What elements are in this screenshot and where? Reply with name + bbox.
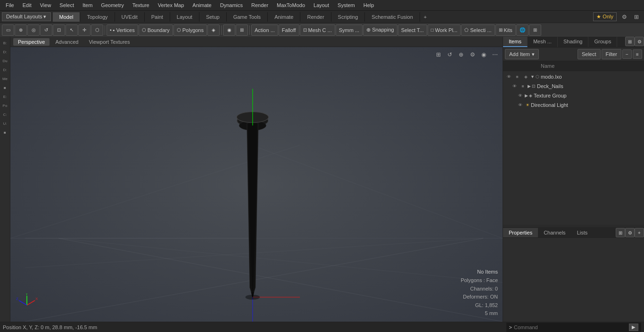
rb-add-icon[interactable]: + [635, 228, 644, 237]
panel-expand-icon[interactable]: ⊞ [625, 37, 635, 46]
star-only-button[interactable]: ★ Only [593, 12, 617, 21]
globe-icon[interactable]: 🌐 [516, 24, 528, 36]
right-bottom-tab-channels[interactable]: Channels [538, 228, 571, 237]
expand-icon[interactable]: ⊞ [529, 24, 541, 36]
selecti-button[interactable]: ⬠ Selecti ... [461, 24, 495, 36]
minus-button[interactable]: − [622, 49, 632, 59]
eye-icon-3[interactable]: 👁 [516, 92, 524, 99]
rb-settings-icon[interactable]: ⚙ [625, 228, 635, 237]
move-icon[interactable]: ⬡ [91, 24, 103, 36]
tool2-icon[interactable]: ◉ [223, 24, 235, 36]
menu-geometry[interactable]: Geometry [97, 1, 127, 9]
scale-icon[interactable]: ⊡ [53, 24, 65, 36]
transform2-icon[interactable]: ✛ [78, 24, 91, 36]
sidebar-btn-3[interactable]: D: [1, 65, 9, 74]
layout-tab-layout[interactable]: Layout [170, 12, 199, 22]
zoom-icon[interactable]: ⊕ [456, 50, 466, 59]
layout-tab-add[interactable]: + [420, 12, 430, 22]
menu-dynamics[interactable]: Dynamics [216, 1, 247, 9]
sidebar-btn-1[interactable]: B: [1, 39, 9, 47]
falloff-button[interactable]: Falloff [279, 24, 299, 36]
panel-settings-icon[interactable]: ⚙ [635, 37, 644, 46]
expand-arrow-1[interactable]: ▼ [530, 74, 535, 79]
tree-item-directional-light[interactable]: 👁 ☀ Directional Light [503, 100, 644, 110]
dots-icon[interactable]: ⋯ [490, 50, 500, 59]
sidebar-btn-2[interactable]: D: [1, 48, 9, 56]
command-input[interactable] [514, 324, 627, 330]
eye-icon-1[interactable]: 👁 [505, 73, 512, 81]
menu-help[interactable]: Help [360, 1, 378, 9]
vertices-button[interactable]: ▪ ▪ Vertices [107, 24, 138, 36]
lock-icon-1[interactable]: ■ [513, 73, 521, 81]
viewport-tab-textures[interactable]: Viewport Textures [84, 38, 134, 46]
layout-tab-uvedit[interactable]: UVEdit [115, 12, 145, 22]
menu-edit[interactable]: Edit [19, 1, 35, 9]
lock-icon-2[interactable]: ■ [519, 82, 527, 90]
tree-item-texture-group[interactable]: 👁 ▶ ◈ Texture Group [503, 91, 644, 100]
tree-item-deck-nails[interactable]: 👁 ■ ▶ ⊡ Deck_Nails [503, 81, 644, 91]
right-tab-groups[interactable]: Groups [588, 37, 617, 47]
rotate-viewport-icon[interactable]: ↺ [445, 50, 454, 59]
right-tab-shading[interactable]: Shading [558, 37, 588, 47]
transform-icon[interactable]: ◎ [27, 24, 40, 36]
settings-icon[interactable]: ⚙ [619, 12, 629, 22]
sidebar-btn-mesh[interactable]: Me [1, 74, 9, 83]
snapping-button[interactable]: ⊕ Snapping [363, 24, 397, 36]
menu-item[interactable]: Item [79, 1, 96, 9]
sidebar-btn-pol[interactable]: Po [1, 101, 9, 110]
sidebar-btn-e[interactable]: E: [1, 92, 9, 101]
layout-tab-paint[interactable]: Paint [145, 12, 170, 22]
viewport-tab-advanced[interactable]: Advanced [50, 38, 83, 46]
right-bottom-tab-lists[interactable]: Lists [571, 228, 594, 237]
settings-viewport-icon[interactable]: ⚙ [468, 50, 477, 59]
action-button[interactable]: Action ... [251, 24, 278, 36]
menu-file[interactable]: File [2, 1, 18, 9]
menu-select[interactable]: Select [56, 1, 78, 9]
new-file-icon[interactable]: ▭ [2, 24, 14, 36]
layout-tab-model[interactable]: Model [53, 12, 81, 22]
sidebar-btn-5[interactable]: ■ [1, 128, 9, 137]
menu-system[interactable]: System [334, 1, 359, 9]
viewport-3d[interactable]: ⊞ ↺ ⊕ ⚙ ◉ ⋯ X Y Z No Items [10, 47, 503, 322]
symm-button[interactable]: Symm ... [336, 24, 363, 36]
layout-tab-animate[interactable]: Animate [268, 12, 300, 22]
right-tab-mesh[interactable]: Mesh ... [528, 37, 558, 47]
open-file-icon[interactable]: ⊕ [15, 24, 27, 36]
tool1-icon[interactable]: ◈ [207, 24, 220, 36]
eye-icon-4[interactable]: 👁 [516, 101, 524, 109]
layout-tab-scripting[interactable]: Scripting [331, 12, 365, 22]
layout-tab-render[interactable]: Render [300, 12, 331, 22]
right-tab-items[interactable]: Items [503, 37, 528, 47]
menu-texture[interactable]: Texture [129, 1, 153, 9]
maximize-viewport-icon[interactable]: ⊞ [434, 50, 443, 59]
expand-arrow-2[interactable]: ▶ [528, 84, 531, 89]
viewport-tab-perspective[interactable]: Perspective [13, 38, 50, 46]
work-pl-button[interactable]: □ Work Pl... [428, 24, 461, 36]
menu-maxtomodo[interactable]: MaxToModo [273, 1, 309, 9]
tool3-icon[interactable]: ⊞ [236, 24, 248, 36]
select-icon[interactable]: ↖ [66, 24, 78, 36]
layout-tab-topology[interactable]: Topology [80, 12, 115, 22]
command-run-button[interactable]: ▶ [629, 324, 638, 331]
default-layouts-button[interactable]: Default Layouts ▾ [2, 12, 51, 21]
select-t-button[interactable]: Select T... [398, 24, 427, 36]
eye-icon-2[interactable]: 👁 [511, 82, 518, 90]
fit-icon[interactable]: ◉ [479, 50, 488, 59]
select-button[interactable]: Select [578, 49, 601, 59]
menu-layout[interactable]: Layout [310, 1, 333, 9]
menu-view[interactable]: View [36, 1, 55, 9]
sidebar-btn-uv[interactable]: U: [1, 119, 9, 128]
menu-vertex-map[interactable]: Vertex Map [154, 1, 188, 9]
kits-button[interactable]: ⊞ Kits [495, 24, 516, 36]
layout-tab-setup[interactable]: Setup [199, 12, 227, 22]
boundary-button[interactable]: ⬡ Boundary [139, 24, 173, 36]
sidebar-btn-4[interactable]: ■ [1, 83, 9, 92]
expand-arrow-3[interactable]: ▶ [525, 93, 528, 98]
rb-expand-icon[interactable]: ⊞ [616, 228, 625, 237]
menu-render[interactable]: Render [248, 1, 272, 9]
polygons-button[interactable]: ⬡ Polygons [173, 24, 207, 36]
tree-item-modo-lxo[interactable]: 👁 ■ ◈ ▼ ⬡ modo.lxo [503, 72, 644, 81]
mesh-c-button[interactable]: ⊡ Mesh C ... [300, 24, 335, 36]
sidebar-btn-dup[interactable]: Du [1, 57, 9, 65]
more-options-icon[interactable]: ≡ [633, 49, 642, 59]
